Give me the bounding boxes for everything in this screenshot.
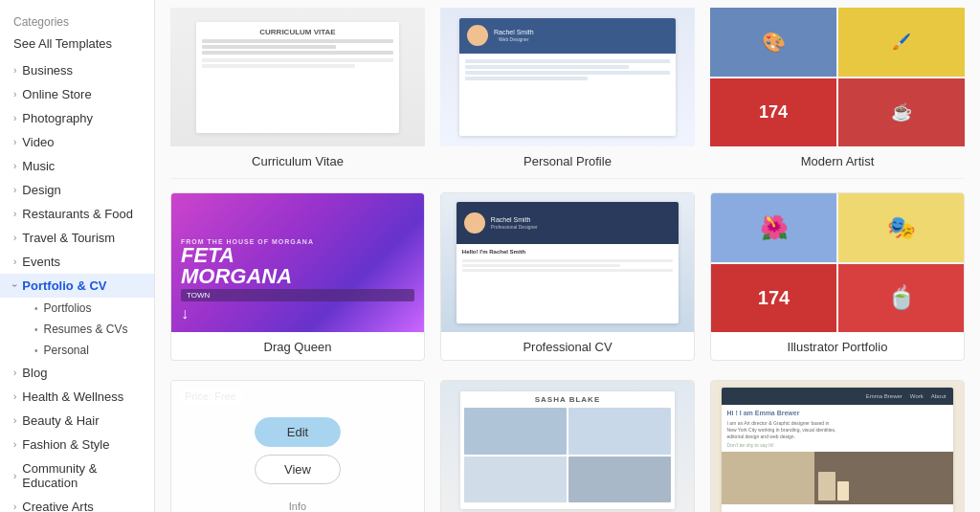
- template-card-business-cv[interactable]: Price: Free Edit View Info Business CV: [170, 380, 425, 512]
- cv-mock-personal-profile: Rachel SmithWeb Designer: [459, 18, 676, 136]
- sidebar-item-video[interactable]: › Video: [0, 130, 154, 154]
- template-card-curriculum-vitae[interactable]: CURRICULUM VITAE Curriculum Vitae: [170, 8, 425, 174]
- view-button-professional-cv[interactable]: View: [524, 267, 611, 297]
- thumb-cell-3: 174: [710, 78, 836, 147]
- thumb-cell-4: ☕: [838, 78, 965, 147]
- sidebar-item-beauty-hair[interactable]: › Beauty & Hair: [0, 409, 154, 433]
- chevron-right-icon: ›: [13, 501, 16, 512]
- see-all-templates-link[interactable]: See All Templates: [0, 33, 154, 58]
- sidebar-item-events[interactable]: › Events: [0, 250, 154, 274]
- template-card-graphic-design-portfolio[interactable]: Edit View SASHA BLAKE Graphic Design Por…: [440, 380, 695, 512]
- template-thumb-business-cv: Price: Free Edit View Info: [171, 381, 424, 512]
- edit-button-art-director[interactable]: Edit: [794, 417, 880, 447]
- template-card-professional-cv[interactable]: Edit View Rachel SmithProfessional Desig…: [440, 192, 695, 361]
- edit-button-professional-cv[interactable]: Edit: [524, 230, 611, 259]
- sidebar-item-blog[interactable]: › Blog: [0, 361, 154, 385]
- template-thumb-personal-profile: Rachel SmithWeb Designer: [440, 8, 695, 146]
- chevron-right-icon: ›: [13, 113, 16, 123]
- sidebar-item-photography[interactable]: › Photography: [0, 106, 154, 130]
- chevron-right-icon: ›: [13, 256, 16, 267]
- template-name-personal-profile: Personal Profile: [440, 146, 695, 174]
- chevron-right-icon: ›: [13, 367, 16, 378]
- view-button-graphic-design[interactable]: View: [524, 455, 611, 484]
- chevron-right-icon: ›: [13, 185, 16, 195]
- template-thumb-drag-queen: Edit View FROM THE HOUSE OF MORGANA FETA…: [171, 193, 424, 332]
- template-name-drag-queen: Drag Queen: [171, 332, 424, 360]
- sidebar-item-online-store[interactable]: › Online Store: [0, 82, 154, 106]
- sidebar-item-fashion-style[interactable]: › Fashion & Style: [0, 433, 154, 456]
- chevron-down-icon: ›: [10, 284, 20, 287]
- chevron-right-icon: ›: [13, 137, 16, 147]
- sidebar-sub-item-personal[interactable]: Personal: [21, 340, 154, 361]
- chevron-right-icon: ›: [13, 209, 16, 219]
- template-thumb-professional-cv: Edit View Rachel SmithProfessional Desig…: [441, 193, 694, 332]
- categories-label: Categories: [0, 10, 154, 33]
- main-content: CURRICULUM VITAE Curriculum Vitae Rachel…: [155, 0, 980, 512]
- sidebar-item-creative-arts[interactable]: › Creative Arts: [0, 495, 154, 512]
- edit-button-graphic-design[interactable]: Edit: [524, 417, 611, 447]
- template-thumb-curriculum-vitae: CURRICULUM VITAE: [170, 8, 425, 146]
- top-templates-row: CURRICULUM VITAE Curriculum Vitae Rachel…: [170, 0, 965, 179]
- sidebar-item-design[interactable]: › Design: [0, 178, 154, 202]
- template-name-illustrator-portfolio: Illustrator Portfolio: [711, 332, 964, 360]
- template-thumb-modern-artist: 🎨 🖌️ 174 ☕: [710, 8, 965, 146]
- template-thumb-art-director: Edit View Emma Brewer Work About Hi ! I …: [711, 381, 964, 512]
- template-name-modern-artist: Modern Artist: [710, 146, 965, 174]
- sidebar-item-music[interactable]: › Music: [0, 154, 154, 178]
- sidebar-sub-portfolio-cv: Portfolios Resumes & CVs Personal: [0, 298, 154, 361]
- sidebar-item-health-wellness[interactable]: › Health & Wellness: [0, 385, 154, 409]
- template-thumb-illustrator: Edit View 🌺 🎭 174 🍵: [711, 193, 964, 332]
- chevron-right-icon: ›: [13, 415, 16, 426]
- template-name-curriculum-vitae: Curriculum Vitae: [170, 146, 425, 174]
- template-thumb-graphic-design: Edit View SASHA BLAKE: [441, 381, 694, 512]
- sidebar-item-business[interactable]: › Business: [0, 58, 154, 82]
- sidebar-item-travel-tourism[interactable]: › Travel & Tourism: [0, 226, 154, 250]
- thumb-cell-2: 🖌️: [838, 8, 965, 77]
- template-card-drag-queen[interactable]: Edit View FROM THE HOUSE OF MORGANA FETA…: [170, 192, 425, 361]
- chevron-right-icon: ›: [13, 65, 16, 76]
- template-overlay-business-cv: Edit View Info: [171, 381, 424, 512]
- template-name-professional-cv: Professional CV: [441, 332, 694, 360]
- template-grid: Edit View FROM THE HOUSE OF MORGANA FETA…: [170, 183, 965, 512]
- edit-button-business-cv[interactable]: Edit: [255, 417, 341, 447]
- edit-button-illustrator[interactable]: Edit: [794, 230, 880, 259]
- chevron-right-icon: ›: [13, 89, 16, 100]
- sidebar-item-restaurants-food[interactable]: › Restaurants & Food: [0, 202, 154, 226]
- view-button-illustrator[interactable]: View: [794, 267, 880, 297]
- sidebar-sub-item-resumes-cvs[interactable]: Resumes & CVs: [21, 319, 154, 340]
- chevron-right-icon: ›: [13, 391, 16, 402]
- sidebar-sub-item-portfolios[interactable]: Portfolios: [21, 298, 154, 319]
- chevron-right-icon: ›: [13, 233, 16, 243]
- chevron-right-icon: ›: [13, 161, 16, 171]
- view-button-drag-queen[interactable]: View: [255, 267, 341, 297]
- thumb-cell-1: 🎨: [710, 8, 836, 77]
- info-label-business-cv: Info: [289, 501, 306, 512]
- view-button-art-director[interactable]: View: [794, 455, 880, 484]
- avatar-personal-profile: [467, 25, 488, 46]
- chevron-right-icon: ›: [13, 439, 16, 450]
- view-button-business-cv[interactable]: View: [255, 455, 341, 484]
- template-card-art-director[interactable]: Edit View Emma Brewer Work About Hi ! I …: [710, 380, 965, 512]
- chevron-right-icon: ›: [13, 471, 16, 481]
- template-card-modern-artist[interactable]: 🎨 🖌️ 174 ☕ Modern Artist: [710, 8, 965, 174]
- sidebar-item-community-education[interactable]: › Community & Education: [0, 456, 154, 495]
- sidebar: Categories See All Templates › Business …: [0, 0, 155, 512]
- template-card-personal-profile[interactable]: Rachel SmithWeb Designer Personal Profil…: [440, 8, 695, 174]
- template-card-illustrator-portfolio[interactable]: Edit View 🌺 🎭 174 🍵 Illustrator Portfoli…: [710, 192, 965, 361]
- sidebar-item-portfolio-cv[interactable]: › Portfolio & CV: [0, 274, 154, 298]
